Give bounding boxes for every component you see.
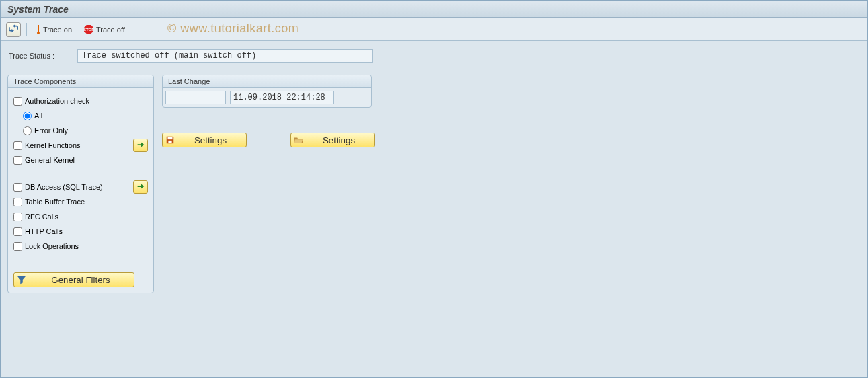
radio-all-label: All xyxy=(34,112,42,120)
save-settings-button[interactable]: Settings xyxy=(162,133,247,147)
http-calls-checkbox[interactable] xyxy=(13,227,22,236)
trace-off-label: Trace off xyxy=(96,26,125,34)
last-change-body: 11.09.2018 22:14:28 xyxy=(163,88,371,107)
radio-all[interactable] xyxy=(23,112,32,120)
db-access-row: DB Access (SQL Trace) xyxy=(13,180,148,194)
kernel-functions-row: Kernel Functions xyxy=(13,138,148,153)
radio-error-only-label: Error Only xyxy=(34,126,68,135)
general-kernel-checkbox[interactable] xyxy=(13,156,22,165)
trace-components-panel: Trace Components Authorization check All… xyxy=(7,75,154,293)
trace-status-field: Trace switched off (main switch off) xyxy=(77,49,373,63)
last-change-panel: Last Change 11.09.2018 22:14:28 xyxy=(162,75,372,108)
table-buffer-label: Table Buffer Trace xyxy=(25,198,85,206)
toolbar-separator xyxy=(26,23,27,36)
trace-status-row: Trace Status : Trace switched off (main … xyxy=(9,49,861,63)
lock-operations-checkbox[interactable] xyxy=(13,242,22,251)
last-change-datetime-field: 11.09.2018 22:14:28 xyxy=(230,91,334,104)
toolbar: Trace on STOP Trace off © www.tutorialka… xyxy=(1,18,867,41)
kernel-functions-details-button[interactable] xyxy=(133,139,148,152)
db-access-check[interactable]: DB Access (SQL Trace) xyxy=(13,180,103,194)
spacer xyxy=(13,167,148,180)
db-access-label: DB Access (SQL Trace) xyxy=(25,183,103,191)
stop-icon: STOP xyxy=(84,25,93,34)
watermark-text: © www.tutorialkart.com xyxy=(167,22,299,36)
arrow-right-icon xyxy=(136,182,145,193)
open-settings-label: Settings xyxy=(306,135,372,145)
auth-check-label: Authorization check xyxy=(25,97,89,105)
save-icon xyxy=(165,135,175,145)
open-settings-button[interactable]: Settings xyxy=(290,133,375,147)
http-calls-label: HTTP Calls xyxy=(25,227,63,235)
kernel-functions-checkbox[interactable] xyxy=(13,141,22,150)
general-filters-label: General Filters xyxy=(30,275,131,285)
auth-check-row[interactable]: Authorization check xyxy=(13,93,148,108)
title-bar: System Trace xyxy=(1,1,867,18)
arrow-right-icon xyxy=(136,140,145,151)
lock-operations-label: Lock Operations xyxy=(25,242,79,250)
general-kernel-row[interactable]: General Kernel xyxy=(13,153,148,167)
radio-all-row[interactable]: All xyxy=(13,108,148,123)
general-filters-button[interactable]: General Filters xyxy=(13,272,134,287)
http-calls-row[interactable]: HTTP Calls xyxy=(13,224,148,239)
page-title: System Trace xyxy=(7,4,69,15)
trace-on-button[interactable]: Trace on xyxy=(32,24,76,36)
last-change-user-field xyxy=(165,91,226,104)
table-buffer-checkbox[interactable] xyxy=(13,198,22,206)
trace-on-label: Trace on xyxy=(43,26,72,34)
settings-buttons-row: Settings Settings xyxy=(162,133,375,147)
radio-error-only[interactable] xyxy=(23,126,32,135)
refresh-button[interactable] xyxy=(6,22,21,37)
svg-rect-1 xyxy=(168,141,171,143)
rfc-calls-label: RFC Calls xyxy=(25,213,58,221)
db-access-checkbox[interactable] xyxy=(13,183,22,192)
last-change-header: Last Change xyxy=(163,75,371,88)
general-kernel-label: General Kernel xyxy=(25,156,75,164)
exclamation-icon xyxy=(36,25,40,34)
folder-open-icon xyxy=(294,135,303,145)
kernel-functions-label: Kernel Functions xyxy=(25,141,81,149)
rfc-calls-checkbox[interactable] xyxy=(13,213,22,221)
radio-error-only-row[interactable]: Error Only xyxy=(13,123,148,138)
lock-operations-row[interactable]: Lock Operations xyxy=(13,239,148,254)
trace-components-header: Trace Components xyxy=(8,75,153,88)
content-area: Trace Status : Trace switched off (main … xyxy=(1,41,867,83)
filter-icon xyxy=(17,275,26,285)
db-access-details-button[interactable] xyxy=(133,180,148,194)
trace-status-label: Trace Status : xyxy=(9,52,71,60)
svg-rect-0 xyxy=(168,137,173,140)
kernel-functions-check[interactable]: Kernel Functions xyxy=(13,138,81,153)
table-buffer-row[interactable]: Table Buffer Trace xyxy=(13,194,148,209)
rfc-calls-row[interactable]: RFC Calls xyxy=(13,209,148,224)
save-settings-label: Settings xyxy=(177,135,243,145)
trace-off-button[interactable]: STOP Trace off xyxy=(80,24,129,36)
trace-components-body: Authorization check All Error Only Kerne… xyxy=(8,88,153,293)
refresh-icon xyxy=(9,24,18,35)
auth-check-checkbox[interactable] xyxy=(13,97,22,106)
